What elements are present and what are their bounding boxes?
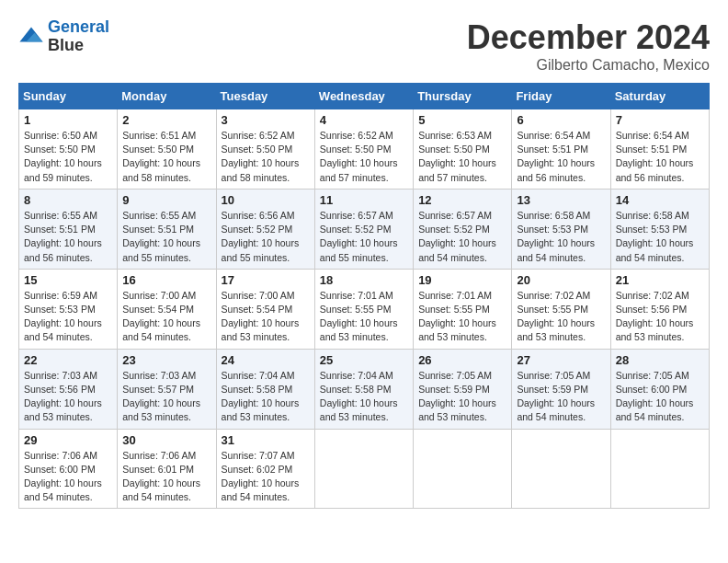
subtitle: Gilberto Camacho, Mexico — [467, 57, 710, 74]
day-number: 4 — [320, 113, 408, 127]
calendar-week-row: 1Sunrise: 6:50 AMSunset: 5:50 PMDaylight… — [19, 109, 710, 190]
day-info: Sunrise: 6:56 AMSunset: 5:52 PMDaylight:… — [222, 209, 310, 265]
calendar-cell: 14Sunrise: 6:58 AMSunset: 5:53 PMDayligh… — [610, 189, 709, 269]
day-number: 26 — [418, 353, 506, 367]
day-info: Sunrise: 6:55 AMSunset: 5:51 PMDaylight:… — [122, 209, 210, 265]
day-info: Sunrise: 6:53 AMSunset: 5:50 PMDaylight:… — [418, 129, 506, 185]
day-number: 27 — [517, 353, 605, 367]
day-number: 5 — [418, 113, 506, 127]
calendar-table: SundayMondayTuesdayWednesdayThursdayFrid… — [18, 83, 710, 509]
calendar-cell: 25Sunrise: 7:04 AMSunset: 5:58 PMDayligh… — [314, 349, 413, 429]
day-number: 12 — [418, 193, 506, 207]
calendar-cell: 26Sunrise: 7:05 AMSunset: 5:59 PMDayligh… — [414, 349, 512, 429]
calendar-cell: 27Sunrise: 7:05 AMSunset: 5:59 PMDayligh… — [512, 349, 610, 429]
day-number: 28 — [616, 353, 704, 367]
title-area: December 2024 Gilberto Camacho, Mexico — [467, 18, 710, 74]
day-number: 15 — [24, 273, 112, 287]
calendar-cell — [610, 429, 709, 509]
day-info: Sunrise: 6:52 AMSunset: 5:50 PMDaylight:… — [222, 129, 310, 185]
calendar-cell — [512, 429, 610, 509]
day-number: 17 — [222, 273, 310, 287]
calendar-cell: 21Sunrise: 7:02 AMSunset: 5:56 PMDayligh… — [610, 269, 709, 349]
header: General Blue December 2024 Gilberto Cama… — [18, 18, 710, 74]
day-info: Sunrise: 6:52 AMSunset: 5:50 PMDaylight:… — [320, 129, 408, 185]
calendar-cell: 31Sunrise: 7:07 AMSunset: 6:02 PMDayligh… — [216, 429, 314, 509]
calendar-cell: 4Sunrise: 6:52 AMSunset: 5:50 PMDaylight… — [314, 109, 413, 190]
day-number: 8 — [24, 193, 112, 207]
day-number: 25 — [320, 353, 408, 367]
day-number: 1 — [24, 113, 112, 127]
calendar-cell: 9Sunrise: 6:55 AMSunset: 5:51 PMDaylight… — [118, 189, 216, 269]
day-number: 31 — [222, 433, 310, 447]
day-info: Sunrise: 7:07 AMSunset: 6:02 PMDaylight:… — [222, 449, 310, 505]
logo-icon — [18, 24, 44, 50]
day-info: Sunrise: 6:54 AMSunset: 5:51 PMDaylight:… — [616, 129, 704, 185]
day-info: Sunrise: 6:58 AMSunset: 5:53 PMDaylight:… — [616, 209, 704, 265]
calendar-header-row: SundayMondayTuesdayWednesdayThursdayFrid… — [19, 84, 710, 109]
day-number: 19 — [418, 273, 506, 287]
day-info: Sunrise: 7:03 AMSunset: 5:56 PMDaylight:… — [24, 369, 112, 425]
calendar-cell: 20Sunrise: 7:02 AMSunset: 5:55 PMDayligh… — [512, 269, 610, 349]
day-number: 30 — [122, 433, 210, 447]
day-info: Sunrise: 7:01 AMSunset: 5:55 PMDaylight:… — [418, 289, 506, 345]
day-info: Sunrise: 6:50 AMSunset: 5:50 PMDaylight:… — [24, 129, 112, 185]
day-number: 13 — [517, 193, 605, 207]
day-number: 6 — [517, 113, 605, 127]
day-number: 23 — [122, 353, 210, 367]
day-number: 7 — [616, 113, 704, 127]
day-info: Sunrise: 7:00 AMSunset: 5:54 PMDaylight:… — [122, 289, 210, 345]
calendar-cell: 2Sunrise: 6:51 AMSunset: 5:50 PMDaylight… — [118, 109, 216, 190]
calendar-cell: 19Sunrise: 7:01 AMSunset: 5:55 PMDayligh… — [414, 269, 512, 349]
calendar-cell: 16Sunrise: 7:00 AMSunset: 5:54 PMDayligh… — [118, 269, 216, 349]
day-info: Sunrise: 7:05 AMSunset: 5:59 PMDaylight:… — [418, 369, 506, 425]
day-number: 18 — [320, 273, 408, 287]
logo: General Blue — [18, 18, 109, 55]
calendar-day-header: Tuesday — [216, 84, 314, 109]
day-info: Sunrise: 6:57 AMSunset: 5:52 PMDaylight:… — [320, 209, 408, 265]
day-number: 20 — [517, 273, 605, 287]
calendar-day-header: Thursday — [414, 84, 512, 109]
day-info: Sunrise: 6:51 AMSunset: 5:50 PMDaylight:… — [122, 129, 210, 185]
logo-text: General Blue — [48, 18, 109, 55]
calendar-week-row: 29Sunrise: 7:06 AMSunset: 6:00 PMDayligh… — [19, 429, 710, 509]
calendar-cell: 5Sunrise: 6:53 AMSunset: 5:50 PMDaylight… — [414, 109, 512, 190]
calendar-day-header: Monday — [118, 84, 216, 109]
day-info: Sunrise: 6:57 AMSunset: 5:52 PMDaylight:… — [418, 209, 506, 265]
day-number: 16 — [122, 273, 210, 287]
calendar-cell: 3Sunrise: 6:52 AMSunset: 5:50 PMDaylight… — [216, 109, 314, 190]
day-number: 3 — [222, 113, 310, 127]
day-info: Sunrise: 7:02 AMSunset: 5:55 PMDaylight:… — [517, 289, 605, 345]
calendar-cell: 23Sunrise: 7:03 AMSunset: 5:57 PMDayligh… — [118, 349, 216, 429]
day-info: Sunrise: 7:02 AMSunset: 5:56 PMDaylight:… — [616, 289, 704, 345]
day-number: 21 — [616, 273, 704, 287]
calendar-cell: 7Sunrise: 6:54 AMSunset: 5:51 PMDaylight… — [610, 109, 709, 190]
calendar-cell: 12Sunrise: 6:57 AMSunset: 5:52 PMDayligh… — [414, 189, 512, 269]
day-number: 2 — [122, 113, 210, 127]
day-info: Sunrise: 7:03 AMSunset: 5:57 PMDaylight:… — [122, 369, 210, 425]
calendar-cell: 1Sunrise: 6:50 AMSunset: 5:50 PMDaylight… — [19, 109, 118, 190]
calendar-cell: 29Sunrise: 7:06 AMSunset: 6:00 PMDayligh… — [19, 429, 118, 509]
day-number: 22 — [24, 353, 112, 367]
day-info: Sunrise: 7:06 AMSunset: 6:00 PMDaylight:… — [24, 449, 112, 505]
calendar-cell: 8Sunrise: 6:55 AMSunset: 5:51 PMDaylight… — [19, 189, 118, 269]
calendar-day-header: Wednesday — [314, 84, 413, 109]
calendar-day-header: Saturday — [610, 84, 709, 109]
calendar-cell: 24Sunrise: 7:04 AMSunset: 5:58 PMDayligh… — [216, 349, 314, 429]
calendar-cell: 28Sunrise: 7:05 AMSunset: 6:00 PMDayligh… — [610, 349, 709, 429]
calendar-cell: 6Sunrise: 6:54 AMSunset: 5:51 PMDaylight… — [512, 109, 610, 190]
day-number: 9 — [122, 193, 210, 207]
calendar-week-row: 15Sunrise: 6:59 AMSunset: 5:53 PMDayligh… — [19, 269, 710, 349]
calendar-week-row: 8Sunrise: 6:55 AMSunset: 5:51 PMDaylight… — [19, 189, 710, 269]
day-info: Sunrise: 7:05 AMSunset: 5:59 PMDaylight:… — [517, 369, 605, 425]
calendar-cell — [414, 429, 512, 509]
day-info: Sunrise: 6:54 AMSunset: 5:51 PMDaylight:… — [517, 129, 605, 185]
day-info: Sunrise: 6:58 AMSunset: 5:53 PMDaylight:… — [517, 209, 605, 265]
calendar-cell: 30Sunrise: 7:06 AMSunset: 6:01 PMDayligh… — [118, 429, 216, 509]
day-number: 11 — [320, 193, 408, 207]
calendar-cell: 13Sunrise: 6:58 AMSunset: 5:53 PMDayligh… — [512, 189, 610, 269]
calendar-week-row: 22Sunrise: 7:03 AMSunset: 5:56 PMDayligh… — [19, 349, 710, 429]
day-info: Sunrise: 7:00 AMSunset: 5:54 PMDaylight:… — [222, 289, 310, 345]
day-info: Sunrise: 7:04 AMSunset: 5:58 PMDaylight:… — [222, 369, 310, 425]
calendar-cell: 22Sunrise: 7:03 AMSunset: 5:56 PMDayligh… — [19, 349, 118, 429]
calendar-cell: 11Sunrise: 6:57 AMSunset: 5:52 PMDayligh… — [314, 189, 413, 269]
